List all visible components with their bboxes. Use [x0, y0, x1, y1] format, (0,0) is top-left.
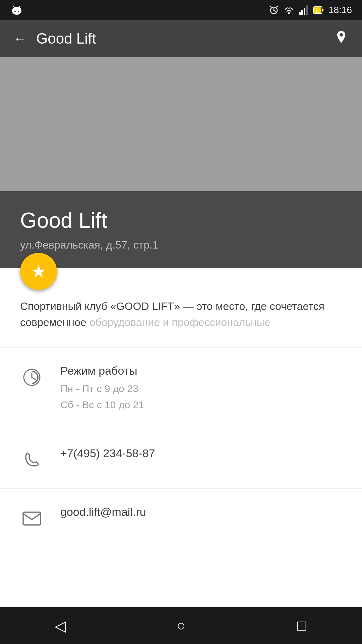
- working-hours-title: Режим работы: [60, 364, 342, 377]
- description-text: Спортивный клуб «GOOD LIFT» — это место,…: [20, 298, 342, 330]
- svg-point-22: [340, 33, 343, 37]
- svg-rect-20: [314, 7, 321, 13]
- back-button[interactable]: ←: [13, 32, 26, 45]
- business-title: Good Lift: [20, 208, 342, 233]
- nav-recent-button[interactable]: □: [288, 612, 315, 639]
- nav-home-button[interactable]: ○: [168, 612, 194, 639]
- svg-rect-19: [322, 9, 323, 11]
- description-faded: оборудование и профессиональные: [89, 316, 270, 328]
- business-address: ул.Февральская, д.57, стр.1: [20, 239, 342, 251]
- clock-icon: [20, 366, 44, 389]
- svg-rect-26: [23, 512, 41, 525]
- nav-back-button[interactable]: ◁: [47, 612, 74, 639]
- svg-rect-1: [13, 11, 14, 13]
- status-bar-right: 18:16: [269, 5, 352, 15]
- working-hours-content: Режим работы Пн - Пт с 9 до 23 Сб - Вс с…: [60, 364, 342, 413]
- info-section: Режим работы Пн - Пт с 9 до 23 Сб - Вс с…: [0, 347, 362, 607]
- status-bar-left: [10, 3, 23, 17]
- svg-line-4: [19, 6, 20, 8]
- phone-row[interactable]: +7(495) 234-58-87: [0, 430, 362, 489]
- svg-rect-7: [12, 10, 21, 11]
- signal-icon: [299, 5, 308, 15]
- phone-content: +7(495) 234-58-87: [60, 447, 342, 460]
- working-hours-weekend: Сб - Вс с 10 до 21: [60, 397, 342, 413]
- status-bar: 18:16: [0, 0, 362, 20]
- email-row[interactable]: good.lift@mail.ru: [0, 489, 362, 547]
- svg-line-11: [270, 6, 271, 7]
- svg-rect-14: [299, 12, 301, 15]
- android-icon: [10, 3, 23, 17]
- svg-line-25: [32, 377, 35, 379]
- app-bar-left: ← Good Lift: [13, 30, 96, 47]
- business-header: Good Lift ул.Февральская, д.57, стр.1 ★: [0, 191, 362, 268]
- svg-rect-17: [306, 5, 308, 15]
- phone-icon: [20, 448, 44, 472]
- wifi-icon: [284, 5, 294, 15]
- hero-image: [0, 57, 362, 191]
- svg-rect-2: [19, 11, 20, 13]
- alarm-icon: [269, 5, 279, 15]
- favorite-button[interactable]: ★: [20, 253, 57, 290]
- status-time: 18:16: [328, 5, 352, 15]
- app-bar-title: Good Lift: [36, 30, 96, 47]
- svg-line-10: [274, 10, 276, 11]
- svg-line-3: [13, 6, 15, 8]
- svg-line-12: [277, 6, 278, 7]
- svg-point-13: [288, 12, 290, 14]
- working-hours-weekdays: Пн - Пт с 9 до 23: [60, 381, 342, 397]
- phone-value: +7(495) 234-58-87: [60, 447, 342, 460]
- bottom-nav: ◁ ○ □: [0, 607, 362, 644]
- svg-rect-15: [301, 10, 303, 15]
- location-button[interactable]: [334, 30, 349, 48]
- email-value: good.lift@mail.ru: [60, 505, 342, 519]
- email-icon: [20, 507, 44, 530]
- svg-rect-16: [304, 8, 305, 15]
- email-content: good.lift@mail.ru: [60, 505, 342, 519]
- battery-icon: [313, 5, 324, 15]
- app-bar: ← Good Lift: [0, 20, 362, 57]
- working-hours-row: Режим работы Пн - Пт с 9 до 23 Сб - Вс с…: [0, 347, 362, 430]
- star-icon: ★: [31, 261, 47, 281]
